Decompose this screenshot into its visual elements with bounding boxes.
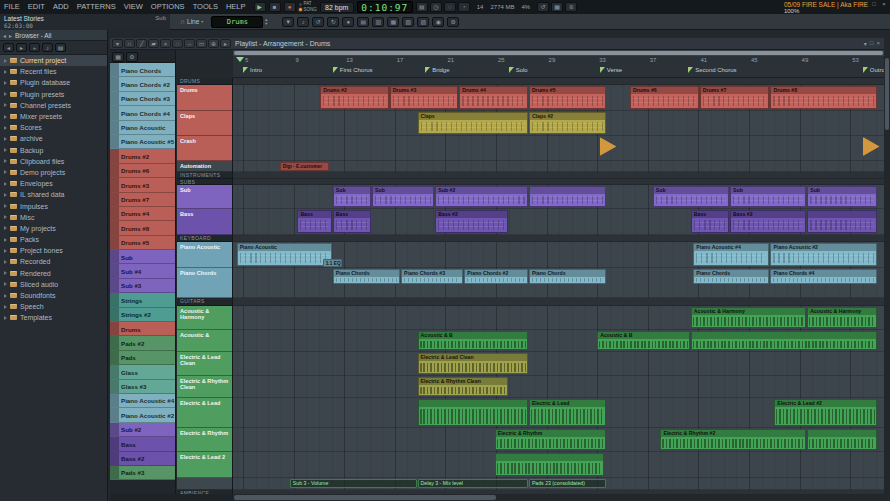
track-header-bass[interactable]: Bass: [177, 209, 232, 235]
metronome-icon[interactable]: ◷: [430, 2, 442, 12]
pattern-selector-display[interactable]: Drums: [211, 16, 263, 28]
marker-solo[interactable]: Solo: [509, 67, 528, 73]
clip-sub-3-volume[interactable]: Sub 3 - Volume: [290, 479, 417, 488]
sound-preview-icon[interactable]: ♪: [42, 43, 53, 52]
track-header-acoustic[interactable]: Acoustic &: [177, 330, 232, 352]
clip-acoustic-b[interactable]: Acoustic & B: [418, 331, 528, 350]
clip-area[interactable]: Drums #2Drums #3Drums #4Drums #5Drums #6…: [233, 78, 884, 494]
track-header-electric-lead[interactable]: Electric & Lead: [177, 398, 232, 428]
snap-selector[interactable]: ∩ Line ▾: [180, 18, 203, 25]
browser-header[interactable]: ◂ ▸ Browser - All: [0, 30, 107, 41]
clip-violet[interactable]: [529, 186, 606, 207]
clip-sub-2[interactable]: Sub #2: [435, 186, 528, 207]
track-header-blank[interactable]: [177, 478, 232, 490]
pattern-piano-acoustic-4[interactable]: Piano Acoustic #4: [110, 394, 175, 408]
pattern-strings-2[interactable]: Strings #2: [110, 308, 175, 322]
browser-item-channel-presets[interactable]: Channel presets: [0, 100, 107, 111]
browser-item-clipboard-files[interactable]: Clipboard files: [0, 156, 107, 167]
clip-piano-chords-3[interactable]: Piano Chords #3: [401, 269, 463, 284]
clip-piano-acoustic-2[interactable]: Piano Acoustic #2: [770, 243, 877, 266]
pencil-icon[interactable]: ╱: [136, 39, 147, 48]
timeline-ruler[interactable]: 591317212529333741454953IntroFirst Choru…: [233, 56, 884, 78]
track-header-electric-lead-clean[interactable]: Electric & Lead Clean: [177, 352, 232, 376]
horizontal-scrollbar-thumb[interactable]: [234, 495, 496, 500]
pattern-sub-3[interactable]: Sub #3: [110, 279, 175, 293]
pattern-pads-3[interactable]: Pads #3: [110, 466, 175, 480]
clip-1-1-eq[interactable]: 1.1 EQ: [323, 259, 342, 267]
pattern-drums-2[interactable]: Drums #2: [110, 149, 175, 163]
clip-bass[interactable]: Bass: [297, 210, 331, 233]
browser-item-project-bones[interactable]: Project bones: [0, 245, 107, 256]
menu-view[interactable]: VIEW: [120, 0, 147, 14]
pattern-piano-acoustic[interactable]: Piano Acoustic: [110, 121, 175, 135]
pattern-glass[interactable]: Glass: [110, 365, 175, 379]
clip-sub[interactable]: Sub: [807, 186, 877, 207]
select-icon[interactable]: ▭: [196, 39, 207, 48]
clip-crash[interactable]: [863, 137, 880, 156]
clip-piano-chords[interactable]: Piano Chords: [529, 269, 606, 284]
pattern-drums-7[interactable]: Drums #7: [110, 193, 175, 207]
menu-tools[interactable]: TOOLS: [189, 0, 222, 14]
record-button[interactable]: ●: [284, 2, 296, 12]
browser-item-sliced-audio[interactable]: Sliced audio: [0, 279, 107, 290]
clip-drums-7[interactable]: Drums #7: [700, 86, 770, 109]
menu-file[interactable]: FILE: [0, 0, 24, 14]
zoom-icon[interactable]: ⊕: [208, 39, 219, 48]
clip-acoustic-b[interactable]: Acoustic & B: [597, 331, 690, 350]
back-icon[interactable]: ◂: [3, 43, 14, 52]
marker-second-chorus[interactable]: Second Chorus: [688, 67, 736, 73]
clip-piano-acoustic-4[interactable]: Piano Acoustic #4: [693, 243, 769, 266]
track-header-electric-rhythm[interactable]: Electric & Rhythm: [177, 428, 232, 452]
clip-claps-2[interactable]: Claps #2: [529, 112, 606, 134]
marker-verse[interactable]: Verse: [600, 67, 622, 73]
pattern-pads-2[interactable]: Pads #2: [110, 336, 175, 350]
pattern-strings[interactable]: Strings: [110, 293, 175, 307]
browser-item-demo-projects[interactable]: Demo projects: [0, 167, 107, 178]
vertical-scrollbar-thumb[interactable]: [885, 58, 889, 130]
clip-drums-5[interactable]: Drums #5: [529, 86, 606, 109]
clip-piano-chords-4[interactable]: Piano Chords #4: [770, 269, 877, 284]
pattern-sub-4[interactable]: Sub #4: [110, 264, 175, 278]
pattern-drums-4[interactable]: Drums #4: [110, 207, 175, 221]
browser-item-scores[interactable]: Scores: [0, 122, 107, 133]
clip-drums-8[interactable]: Drums #8: [770, 86, 877, 109]
clip-electric-rhythm-clean[interactable]: Electric & Rhythm Clean: [418, 377, 508, 396]
clip-green[interactable]: [418, 399, 528, 426]
detach-icon[interactable]: ▾: [864, 40, 867, 47]
pattern-bass-2[interactable]: Bass #2: [110, 452, 175, 466]
pattern-piano-chords-3[interactable]: Piano Chords #3: [110, 92, 175, 106]
typing-keyboard-icon[interactable]: ▤: [416, 2, 428, 12]
recording-icon[interactable]: ●: [342, 17, 354, 27]
layout-icon[interactable]: ▤: [55, 43, 66, 52]
track-header-claps[interactable]: Claps: [177, 111, 232, 136]
piano-roll-icon[interactable]: ▤: [357, 17, 369, 27]
clip-bass[interactable]: Bass: [333, 210, 371, 233]
clip-piano-chords[interactable]: Piano Chords: [333, 269, 400, 284]
marker-outro[interactable]: Outro: [863, 67, 884, 73]
mixer-icon[interactable]: ▧: [402, 17, 414, 27]
add-icon[interactable]: +: [29, 43, 40, 52]
browser-item-recorded[interactable]: Recorded: [0, 256, 107, 267]
preview-icon[interactable]: ▸: [220, 39, 231, 48]
browser-item-envelopes[interactable]: Envelopes: [0, 178, 107, 189]
track-header-drums[interactable]: Drums: [177, 85, 232, 111]
menu-add[interactable]: ADD: [49, 0, 73, 14]
pat-song-switch[interactable]: PAT SONG: [299, 2, 317, 12]
browser-item-my-projects[interactable]: My projects: [0, 223, 107, 234]
loop-record-icon[interactable]: ↺: [537, 2, 549, 12]
marker-bridge[interactable]: Bridge: [425, 67, 449, 73]
maximize-panel-icon[interactable]: □: [870, 40, 874, 47]
clip-sub[interactable]: Sub: [653, 186, 729, 207]
maximize-icon[interactable]: □: [870, 1, 878, 7]
zoom-scrollbar-thumb[interactable]: [234, 51, 883, 55]
browser-item-misc[interactable]: Misc: [0, 212, 107, 223]
clip-green[interactable]: [807, 429, 877, 450]
menu-options[interactable]: OPTIONS: [147, 0, 189, 14]
tempo-tap-icon[interactable]: ◉: [432, 17, 444, 27]
undo-icon[interactable]: ↺: [312, 17, 324, 27]
playhead-marker-icon[interactable]: [236, 57, 244, 62]
track-header-automation[interactable]: Automation: [177, 161, 232, 172]
forward-icon[interactable]: ▸: [16, 43, 27, 52]
browser-panel-icon[interactable]: ▨: [417, 17, 429, 27]
clip-electric-rhythm[interactable]: Electric & Rhythm: [495, 429, 607, 450]
